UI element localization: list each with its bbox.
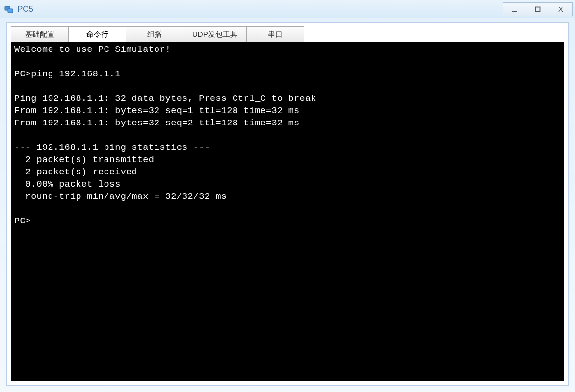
- terminal-output[interactable]: Welcome to use PC Simulator! PC>ping 192…: [11, 42, 564, 381]
- svg-rect-3: [536, 7, 540, 11]
- app-icon: [3, 4, 14, 15]
- close-button[interactable]: X: [549, 2, 573, 16]
- tab-bar: 基础配置 命令行 组播 UDP发包工具 串口: [11, 26, 564, 42]
- window-title: PC5: [17, 4, 503, 14]
- tab-command-line[interactable]: 命令行: [68, 26, 126, 42]
- minimize-button[interactable]: [503, 2, 526, 16]
- content-area: 基础配置 命令行 组播 UDP发包工具 串口 Welcome to use PC…: [6, 22, 569, 386]
- close-icon: X: [558, 5, 563, 13]
- tab-serial[interactable]: 串口: [246, 26, 304, 42]
- tab-label: 命令行: [86, 30, 108, 39]
- tab-multicast[interactable]: 组播: [126, 26, 183, 42]
- window-controls: X: [503, 2, 573, 16]
- titlebar: PC5 X: [0, 0, 575, 18]
- tab-label: 组播: [147, 30, 162, 39]
- tab-udp-tool[interactable]: UDP发包工具: [183, 26, 247, 42]
- tab-label: 串口: [268, 30, 283, 39]
- app-window: PC5 X 基础配置 命令行 组播 UDP发包工具: [0, 0, 575, 392]
- svg-rect-1: [8, 9, 13, 13]
- tab-label: UDP发包工具: [192, 30, 237, 39]
- maximize-button[interactable]: [526, 2, 549, 16]
- tab-label: 基础配置: [25, 30, 54, 39]
- tab-basic-config[interactable]: 基础配置: [11, 26, 69, 42]
